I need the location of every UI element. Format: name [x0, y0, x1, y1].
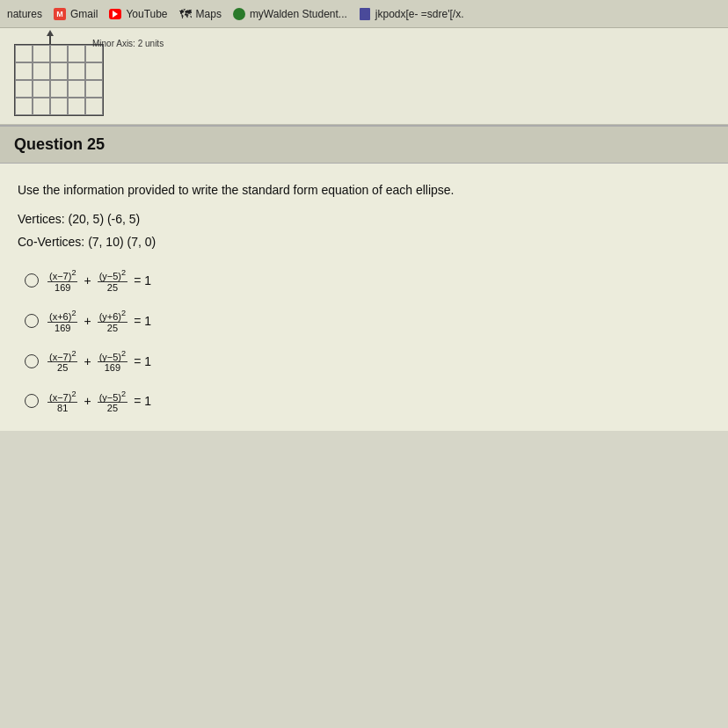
- walden-icon: [232, 7, 246, 21]
- fraction-c2: (y−5)2 169: [98, 349, 127, 374]
- tab-doc[interactable]: jkpodx[e- =sdre'[/x.: [358, 7, 464, 21]
- question-body: Use the information provided to write th…: [0, 164, 728, 431]
- maps-label: Maps: [196, 8, 222, 20]
- formula-d: (x−7)2 81 + (y−5)2 25 = 1: [47, 389, 154, 414]
- top-section: Minor Axis: 2 units: [0, 28, 728, 125]
- choice-a[interactable]: (x−7)2 169 + (y−5)2 25 = 1: [25, 268, 710, 293]
- tab-bar: natures M Gmail YouTube 🗺 Maps myWalden …: [0, 0, 728, 28]
- fraction-b2: (y+6)2 25: [98, 309, 127, 333]
- gmail-icon: M: [53, 7, 67, 21]
- tab-gmail[interactable]: M Gmail: [53, 7, 98, 21]
- radio-a[interactable]: [25, 273, 39, 288]
- youtube-label: YouTube: [126, 8, 167, 20]
- radio-b[interactable]: [25, 314, 39, 328]
- gmail-label: Gmail: [70, 8, 98, 20]
- question-instruction: Use the information provided to write th…: [18, 181, 710, 200]
- fraction-c1: (x−7)2 25: [47, 349, 77, 374]
- covertices-text: Co-Vertices: (7, 10) (7, 0): [18, 235, 710, 249]
- fraction-d1: (x−7)2 81: [47, 389, 77, 414]
- choice-d[interactable]: (x−7)2 81 + (y−5)2 25 = 1: [25, 389, 710, 414]
- question-title: Question 25: [14, 135, 105, 154]
- formula-b: (x+6)2 169 + (y+6)2 25 = 1: [47, 309, 154, 333]
- graph-grid: [14, 44, 104, 116]
- graph-arrow-head: [47, 30, 54, 36]
- tab-maps[interactable]: 🗺 Maps: [178, 7, 222, 21]
- question-header: Question 25: [0, 125, 728, 164]
- fraction-d2: (y−5)2 25: [98, 389, 127, 414]
- formula-c: (x−7)2 25 + (y−5)2 169 = 1: [47, 349, 154, 374]
- formula-a: (x−7)2 169 + (y−5)2 25 = 1: [47, 268, 154, 293]
- minor-axis-label: Minor Axis: 2 units: [92, 39, 164, 48]
- fraction-a2: (y−5)2 25: [98, 268, 127, 293]
- vertices-text: Vertices: (20, 5) (-6, 5): [18, 212, 710, 226]
- tab-walden[interactable]: myWalden Student...: [232, 7, 347, 21]
- maps-icon: 🗺: [178, 7, 193, 21]
- fraction-b1: (x+6)2 169: [47, 309, 77, 333]
- answer-choices: (x−7)2 169 + (y−5)2 25 = 1 (x+6)2: [18, 268, 710, 413]
- doc-label: jkpodx[e- =sdre'[/x.: [375, 8, 464, 20]
- fraction-a1: (x−7)2 169: [47, 268, 77, 293]
- question-section: Question 25 Use the information provided…: [0, 125, 728, 431]
- choice-c[interactable]: (x−7)2 25 + (y−5)2 169 = 1: [25, 349, 710, 374]
- doc-icon: [358, 7, 372, 21]
- radio-c[interactable]: [25, 354, 39, 368]
- walden-label: myWalden Student...: [250, 8, 347, 20]
- natures-label: natures: [7, 8, 42, 20]
- tab-natures[interactable]: natures: [7, 8, 42, 20]
- youtube-icon: [108, 7, 122, 21]
- radio-d[interactable]: [25, 394, 39, 408]
- tab-youtube[interactable]: YouTube: [108, 7, 167, 21]
- choice-b[interactable]: (x+6)2 169 + (y+6)2 25 = 1: [25, 309, 710, 333]
